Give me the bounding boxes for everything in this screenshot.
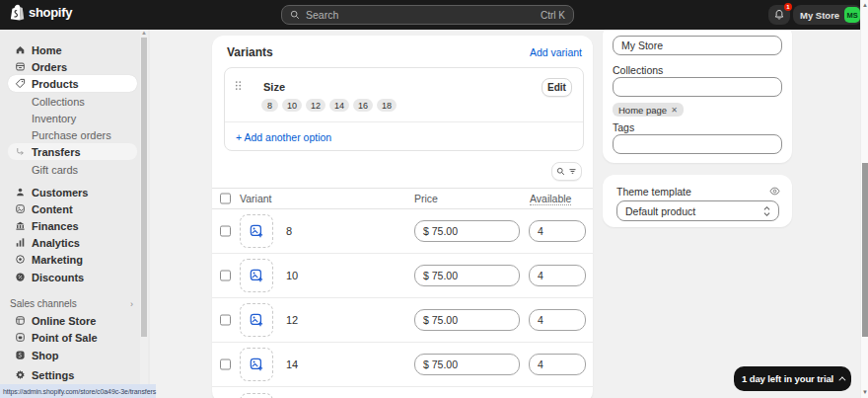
sidebar-item-content[interactable]: Content	[8, 200, 137, 217]
sidebar-nav: Home Orders Products Collections Invento…	[0, 30, 150, 398]
top-bar: shopify Search Ctrl K 1 My Store MS	[0, 0, 860, 30]
sidebar-item-orders[interactable]: Orders	[8, 58, 137, 75]
variant-size: 8	[286, 225, 292, 237]
sidebar-item-label: Finances	[32, 220, 79, 232]
eye-icon[interactable]	[769, 186, 780, 197]
price-input[interactable]: $ 75.00	[414, 265, 520, 286]
sidebar-item-shop[interactable]: Shop	[8, 347, 137, 363]
customers-icon	[8, 187, 32, 198]
sidebar-scrollbar[interactable]: ▲	[140, 30, 148, 398]
shopify-bag-icon	[10, 4, 25, 21]
add-image-button[interactable]	[240, 259, 273, 292]
select-all-checkbox[interactable]	[220, 194, 231, 204]
sidebar-item-label: Settings	[32, 369, 74, 381]
transfers-arrow-icon	[8, 146, 32, 157]
settings-gear-icon	[8, 369, 32, 380]
sidebar-item-label: Shop	[32, 350, 59, 361]
column-header-available: Available	[530, 193, 571, 205]
image-add-icon	[250, 313, 263, 327]
sidebar-item-label: Discounts	[32, 272, 84, 283]
sidebar-item-settings[interactable]: Settings	[8, 366, 137, 383]
tags-input[interactable]	[613, 134, 782, 154]
sidebar-item-collections[interactable]: Collections	[8, 93, 137, 110]
available-input[interactable]: 4	[529, 354, 586, 375]
price-input[interactable]: $ 75.00	[414, 354, 520, 375]
available-input[interactable]: 4	[529, 265, 586, 286]
trial-banner-button[interactable]: 1 day left in your trial	[734, 366, 851, 391]
variant-option-box: Size Edit 8 10 12 14 16 18 + Add another…	[224, 67, 584, 151]
image-add-icon	[250, 224, 263, 238]
sidebar-item-transfers[interactable]: Transfers	[8, 143, 137, 160]
search-filter-button[interactable]	[551, 162, 582, 181]
sidebar-item-point-of-sale[interactable]: Point of Sale	[8, 329, 137, 346]
theme-template-label: Theme template	[616, 186, 691, 198]
row-checkbox[interactable]	[220, 271, 231, 281]
table-row: 12 $ 75.00 4	[212, 298, 593, 343]
shopify-wordmark: shopify	[29, 5, 72, 20]
option-name: Size	[263, 81, 285, 93]
sidebar-item-inventory[interactable]: Inventory	[8, 110, 137, 126]
search-input[interactable]: Search Ctrl K	[281, 5, 574, 25]
store-avatar: MS	[844, 7, 860, 23]
option-value-chip: 16	[353, 99, 373, 112]
sidebar-item-marketing[interactable]: Marketing	[8, 251, 137, 268]
row-checkbox[interactable]	[220, 359, 231, 370]
sidebar-item-discounts[interactable]: Discounts	[8, 269, 137, 285]
price-input[interactable]: $ 75.00	[414, 220, 520, 242]
sidebar-item-label: Inventory	[32, 113, 76, 124]
scroll-up-arrow-icon: ▲	[862, 2, 868, 9]
row-checkbox[interactable]	[220, 226, 231, 237]
store-menu-button[interactable]: My Store MS	[793, 5, 862, 25]
shopify-logo[interactable]: shopify	[10, 4, 72, 21]
sidebar-item-customers[interactable]: Customers	[8, 184, 137, 200]
collections-label: Collections	[613, 64, 663, 76]
variants-table: Variant Price Available 8 $ 75.00 4 10 $…	[212, 188, 593, 398]
available-input[interactable]: 4	[529, 309, 586, 331]
search-icon	[290, 10, 300, 20]
store-name: My Store	[800, 10, 839, 21]
add-image-button[interactable]	[240, 303, 273, 337]
sales-channels-header[interactable]: Sales channels ›	[10, 295, 137, 312]
sidebar-item-purchase-orders[interactable]: Purchase orders	[8, 126, 137, 143]
scroll-down-arrow-icon: ▼	[862, 389, 868, 396]
collections-input[interactable]	[613, 77, 782, 97]
table-row: 16 $ 75.00 4	[212, 387, 593, 398]
select-stepper-icon	[763, 205, 770, 217]
sales-channels-label: Sales channels	[10, 298, 77, 309]
add-variant-link[interactable]: Add variant	[530, 46, 582, 58]
sidebar-item-finances[interactable]: Finances	[8, 217, 137, 234]
column-header-variant: Variant	[240, 193, 272, 204]
variant-size: 10	[286, 270, 298, 281]
add-another-option-link[interactable]: + Add another option	[236, 131, 331, 143]
page-scrollbar[interactable]: ▲ ▼	[860, 0, 868, 398]
sidebar-item-products[interactable]: Products	[8, 75, 137, 92]
search-placeholder: Search	[306, 9, 535, 21]
add-image-button[interactable]	[240, 348, 273, 381]
sidebar-item-home[interactable]: Home	[8, 41, 137, 58]
sidebar-item-gift-cards[interactable]: Gift cards	[8, 161, 137, 178]
row-checkbox[interactable]	[220, 315, 231, 326]
page-scrollbar-thumb[interactable]	[862, 163, 868, 337]
price-input[interactable]: $ 75.00	[414, 309, 520, 331]
theme-template-select[interactable]: Default product	[616, 200, 779, 221]
table-row: 10 $ 75.00 4	[212, 254, 593, 298]
drag-handle-icon[interactable]	[235, 80, 242, 91]
available-input[interactable]: 4	[529, 220, 586, 242]
store-input[interactable]: My Store	[613, 36, 782, 55]
sidebar-scrollbar-thumb[interactable]	[141, 38, 147, 337]
variant-size: 14	[286, 358, 298, 370]
trial-label: 1 day left in your trial	[742, 373, 833, 384]
collection-tag[interactable]: Home page ✕	[613, 103, 684, 117]
remove-tag-icon[interactable]: ✕	[671, 106, 678, 115]
add-image-button[interactable]	[240, 214, 273, 248]
sidebar-item-label: Gift cards	[32, 164, 78, 176]
edit-option-button[interactable]: Edit	[542, 78, 572, 97]
table-header: Variant Price Available	[212, 188, 593, 209]
sidebar-item-analytics[interactable]: Analytics	[8, 234, 137, 251]
theme-template-value: Default product	[625, 205, 695, 217]
image-add-icon	[250, 269, 263, 282]
sidebar-item-online-store[interactable]: Online Store	[8, 312, 137, 329]
notifications-button[interactable]: 1	[768, 5, 790, 25]
add-image-button[interactable]	[240, 393, 273, 398]
marketing-icon	[8, 254, 32, 265]
